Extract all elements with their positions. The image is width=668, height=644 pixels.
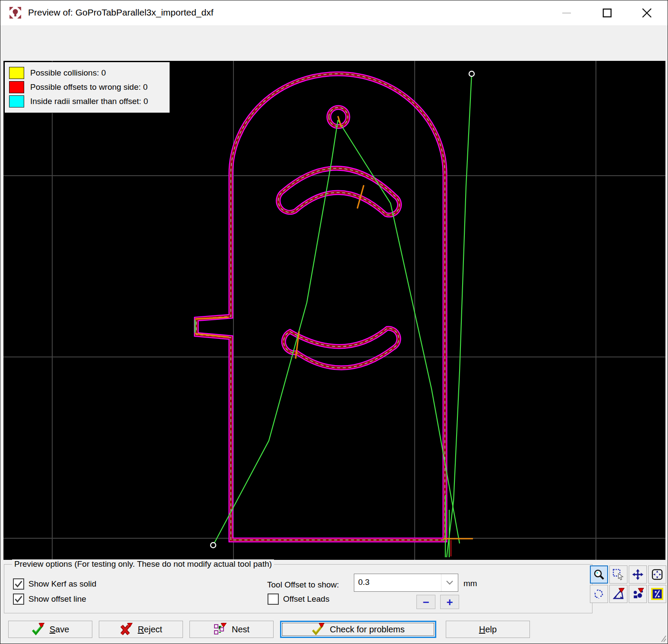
zoom-window-tool-button[interactable] (609, 565, 627, 584)
measure-tool-button[interactable] (609, 585, 627, 603)
zoom-tool-button[interactable] (590, 565, 608, 584)
machine-icon (632, 588, 644, 600)
select-path-tool-button[interactable] (590, 585, 608, 603)
checkbox-box (13, 593, 24, 605)
maximize-button[interactable] (593, 0, 621, 25)
nest-icon (214, 623, 227, 636)
checkbox-box (13, 578, 24, 590)
check-yellow-icon (312, 623, 325, 636)
show-offset-line-label: Show offset line (28, 594, 86, 604)
chevron-down-icon (446, 580, 454, 585)
offset-leads-label: Offset Leads (283, 594, 329, 604)
checkbox-box (268, 593, 279, 605)
tool-offset-unit: mm (463, 579, 477, 588)
minus-icon: − (422, 597, 429, 608)
title-bar: Preview of: GoProTabParallel3x_imported_… (0, 0, 668, 26)
toggle-rapids-icon (651, 588, 663, 600)
maximize-icon (602, 8, 612, 18)
zoom-extents-icon (651, 568, 663, 581)
preview-options-group: Preview options (For testing only. These… (4, 564, 592, 613)
toggle-rapids-tool-button[interactable] (648, 585, 666, 603)
legend-label: Inside radii smaller than offset: 0 (30, 97, 148, 106)
offset-increase-button[interactable]: + (440, 595, 459, 609)
select-path-icon (593, 588, 605, 600)
offset-decrease-button[interactable]: − (416, 595, 435, 609)
pan-tool-button[interactable] (629, 565, 647, 584)
tool-offset-value: 0.3 (354, 574, 441, 591)
offset-leads-checkbox[interactable]: Offset Leads (268, 593, 329, 605)
problems-legend: Possible collisions: 0Possible offsets t… (4, 62, 170, 113)
preview-window: Preview of: GoProTabParallel3x_imported_… (0, 0, 668, 644)
legend-item: Inside radii smaller than offset: 0 (9, 94, 165, 108)
check-problems-label: Check for problems (330, 625, 404, 635)
resize-grip[interactable] (658, 634, 667, 643)
legend-item: Possible collisions: 0 (9, 66, 165, 80)
toolpath-drawing (3, 61, 665, 560)
help-button[interactable]: Help (446, 621, 530, 638)
show-kerf-label: Show Kerf as solid (28, 579, 96, 589)
check-green-icon (32, 623, 44, 636)
cross-red-icon (120, 623, 132, 636)
rapid-endpoint-marker (469, 71, 474, 76)
legend-color-swatch (9, 95, 24, 107)
show-offset-line-checkbox[interactable]: Show offset line (13, 593, 86, 605)
close-icon (642, 8, 652, 18)
legend-color-swatch (9, 81, 24, 93)
rapid-endpoint-marker (211, 543, 216, 548)
reject-button[interactable]: Reject (99, 621, 183, 638)
save-label: Save (50, 625, 69, 635)
rapid-move-line (447, 74, 472, 557)
checkmark-icon (14, 580, 23, 588)
window-title: Preview of: GoProTabParallel3x_imported_… (28, 7, 214, 18)
app-icon (9, 7, 21, 19)
check-problems-button[interactable]: Check for problems (280, 621, 436, 638)
tool-offset-combobox[interactable]: 0.3 (354, 574, 458, 592)
legend-label: Possible collisions: 0 (30, 68, 106, 78)
pan-icon (632, 568, 644, 581)
close-button[interactable] (633, 0, 661, 25)
checkmark-icon (14, 595, 23, 603)
preview-canvas[interactable]: Possible collisions: 0Possible offsets t… (3, 61, 665, 560)
minimize-button[interactable] (552, 0, 581, 25)
show-kerf-checkbox[interactable]: Show Kerf as solid (13, 578, 96, 590)
help-label: Help (479, 625, 497, 635)
preview-options-label: Preview options (For testing only. These… (12, 559, 274, 569)
zoom-icon (593, 568, 605, 581)
legend-item: Possible offsets to wrong side: 0 (9, 80, 165, 94)
nest-label: Nest (232, 625, 249, 635)
zoom-window-icon (612, 568, 624, 581)
legend-color-swatch (9, 67, 24, 79)
tool-offset-label: Tool Offset to show: (267, 580, 339, 590)
plus-icon: + (446, 597, 453, 608)
machine-tool-button[interactable] (629, 585, 647, 603)
minimize-icon (562, 8, 571, 18)
measure-icon (612, 588, 624, 600)
reject-label: Reject (138, 625, 162, 635)
legend-label: Possible offsets to wrong side: 0 (30, 82, 148, 92)
zoom-extents-tool-button[interactable] (648, 565, 666, 584)
combo-dropdown-button[interactable] (441, 574, 458, 591)
nest-button[interactable]: Nest (189, 621, 274, 638)
save-button[interactable]: Save (8, 621, 92, 638)
